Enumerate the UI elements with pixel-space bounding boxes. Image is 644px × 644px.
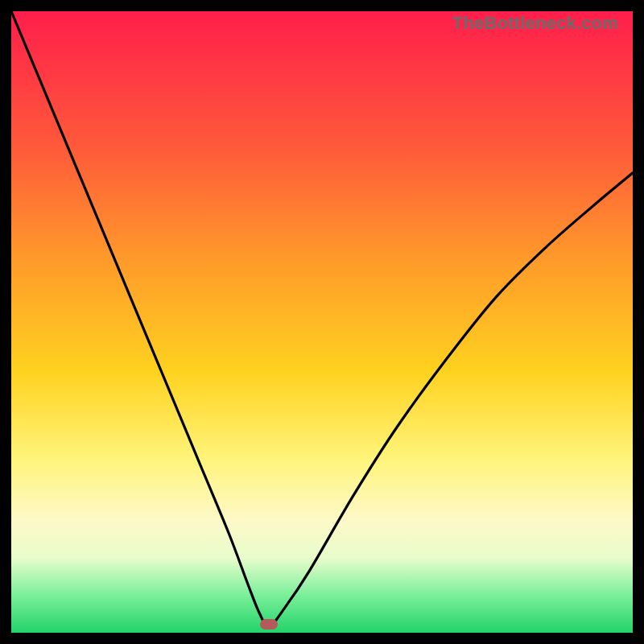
watermark-text: TheBottleneck.com — [452, 13, 618, 34]
chart-frame: TheBottleneck.com — [11, 11, 633, 633]
curve-path — [11, 11, 633, 626]
bottleneck-curve — [11, 11, 633, 633]
optimal-point-marker — [260, 619, 278, 630]
